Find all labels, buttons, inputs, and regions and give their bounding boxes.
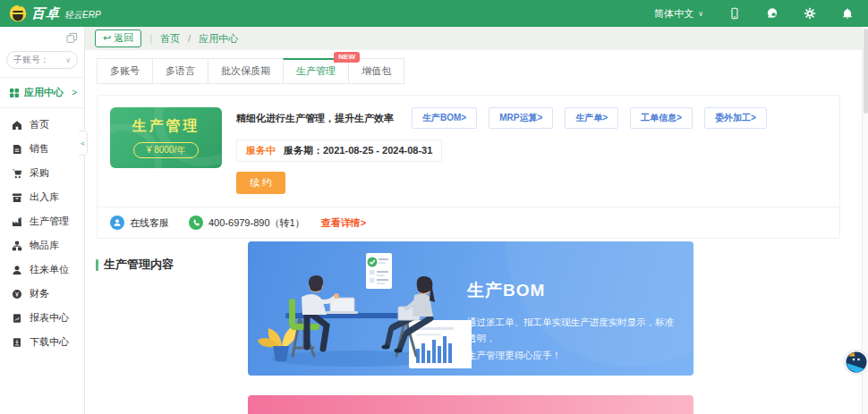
- tab-production-management[interactable]: 生产管理 NEW: [283, 58, 349, 84]
- chevron-right-icon: >: [72, 88, 77, 97]
- home-icon: [12, 120, 22, 131]
- product-price-pill: ¥ 8000/年: [133, 142, 199, 158]
- subaccount-label: 子账号：: [13, 54, 49, 66]
- support-phone-group: 400-6979-890（转1）: [189, 215, 305, 230]
- sidebar-item-label: 出入库: [30, 190, 59, 204]
- settings-gear-icon[interactable]: [804, 7, 816, 20]
- sidebar-item-label: 往来单位: [30, 263, 69, 276]
- support-mascot-button[interactable]: [843, 349, 868, 376]
- back-arrow-icon: ↩: [103, 32, 111, 44]
- online-service-label[interactable]: 在线客服: [130, 216, 169, 230]
- view-details-link[interactable]: 查看详情>: [321, 216, 366, 230]
- link-outsourcing[interactable]: 委外加工>: [704, 107, 767, 129]
- customer-chat-icon[interactable]: [766, 7, 779, 20]
- tab-batch-shelf-life[interactable]: 批次保质期: [208, 58, 284, 84]
- top-header: 百卓 轻云ERP 简体中文 ∨: [0, 0, 868, 27]
- sidebar-item-label: 财务: [30, 287, 49, 300]
- chevron-down-icon: ∨: [65, 56, 71, 64]
- report-chart-icon: [12, 313, 22, 324]
- service-status-box: 服务中 服务期：2021-08-25 - 2024-08-31: [236, 139, 442, 162]
- mobile-app-icon[interactable]: [728, 7, 741, 20]
- new-badge: NEW: [334, 52, 360, 63]
- tab-bar: 多账号 多语言 批次保质期 生产管理 NEW 增值包: [97, 58, 862, 84]
- link-mrp-calculation[interactable]: MRP运算>: [489, 107, 553, 129]
- service-period: 服务期：2021-08-25 - 2024-08-31: [284, 144, 432, 157]
- banner-description: 通过派工单、报工单实现生产进度实时显示，标准透明， 生产管理更得心应手！: [467, 314, 682, 363]
- sidebar-item-label: 报表中心: [30, 311, 69, 325]
- link-production-bom[interactable]: 生产BOM>: [412, 107, 477, 129]
- bee-logo-icon: [9, 4, 27, 22]
- sidebar-item-items-library[interactable]: 物品库: [0, 233, 84, 258]
- renew-button[interactable]: 续 约: [236, 172, 285, 194]
- online-service-icon[interactable]: [110, 215, 124, 230]
- collapse-left-icon: <: [81, 139, 85, 148]
- person-icon: [12, 265, 22, 275]
- product-name: 生产管理: [132, 117, 200, 136]
- app-grid-icon: [9, 88, 20, 98]
- link-work-order-info[interactable]: 工单信息>: [630, 107, 693, 129]
- coin-icon: [12, 289, 22, 300]
- sidebar-item-label: 生产管理: [30, 215, 69, 228]
- product-description: 精细化进行生产管理，提升生产效率: [236, 112, 394, 125]
- back-button[interactable]: ↩ 返回: [95, 30, 141, 47]
- sidebar-item-app-center[interactable]: 应用中心 >: [0, 78, 84, 107]
- app-center-label: 应用中心: [24, 86, 64, 99]
- sidebar-item-downloads[interactable]: 下载中心: [0, 330, 84, 354]
- breadcrumb: ↩ 返回 | 首页 / 应用中心: [85, 27, 862, 50]
- download-icon: [12, 337, 22, 348]
- sidebar-item-label: 采购: [30, 166, 49, 180]
- breadcrumb-slash: /: [188, 33, 191, 44]
- support-row: 在线客服 400-6979-890（转1） 查看详情>: [98, 207, 839, 238]
- sidebar-item-partners[interactable]: 往来单位: [0, 258, 84, 282]
- notifications-bell-icon[interactable]: [841, 7, 854, 20]
- tab-label: 生产管理: [296, 65, 336, 76]
- product-row: 生产管理 ¥ 8000/年 精细化进行生产管理，提升生产效率 生产BOM> MR…: [98, 96, 839, 207]
- breadcrumb-current[interactable]: 应用中心: [199, 32, 238, 46]
- left-sidebar: 子账号： ∨ 应用中心 > 首页 销售: [0, 27, 85, 414]
- tab-multi-language[interactable]: 多语言: [152, 58, 208, 84]
- banner-illustration: [248, 241, 472, 376]
- sidebar-collapse-handle[interactable]: <: [79, 131, 88, 156]
- back-label: 返回: [114, 31, 133, 45]
- link-production-order[interactable]: 生产单>: [565, 107, 618, 129]
- header-actions: 简体中文 ∨: [654, 7, 854, 21]
- sidebar-menu: 首页 销售 采购 出入库 生产管理 物品库: [0, 108, 84, 354]
- banner-desc-line2: 生产管理更得心应手！: [467, 350, 561, 360]
- sidebar-item-home[interactable]: 首页: [0, 113, 84, 137]
- tab-multi-account[interactable]: 多账号: [97, 58, 153, 84]
- subaccount-select[interactable]: 子账号： ∨: [6, 51, 78, 69]
- sales-doc-icon: [12, 144, 22, 155]
- phone-icon: [189, 215, 203, 230]
- erp-app-window: 百卓 轻云ERP 简体中文 ∨: [0, 0, 868, 414]
- language-selector[interactable]: 简体中文 ∨: [654, 7, 703, 21]
- cubes-icon: [12, 241, 22, 251]
- sidebar-item-label: 物品库: [30, 239, 59, 252]
- sidebar-item-finance[interactable]: 财务: [0, 282, 84, 306]
- breadcrumb-separator: |: [149, 33, 152, 44]
- sidebar-item-sales[interactable]: 销售: [0, 137, 84, 161]
- sidebar-item-label: 销售: [30, 142, 49, 156]
- sidebar-item-procurement[interactable]: 采购: [0, 161, 84, 185]
- section-title-text: 生产管理内容: [104, 257, 174, 273]
- breadcrumb-home[interactable]: 首页: [160, 32, 180, 46]
- sidebar-item-production[interactable]: 生产管理: [0, 209, 84, 233]
- scrollbar-thumb[interactable]: [864, 29, 868, 114]
- main-panel: 多账号 多语言 批次保质期 生产管理 NEW 增值包 生产管理 ¥ 8000/年…: [85, 50, 862, 414]
- service-status: 服务中: [246, 144, 276, 157]
- brand-logo: 百卓 轻云ERP: [9, 4, 101, 22]
- sidebar-item-reports[interactable]: 报表中心: [0, 306, 84, 330]
- factory-icon: [12, 216, 22, 227]
- collapse-sidebar-icon[interactable]: [66, 32, 78, 44]
- brand-name: 百卓: [31, 5, 60, 22]
- sidebar-item-warehouse[interactable]: 出入库: [0, 185, 84, 209]
- feature-banner-next: [248, 395, 694, 414]
- banner-text-block: 生产BOM 通过派工单、报工单实现生产进度实时显示，标准透明， 生产管理更得心应…: [467, 279, 682, 363]
- product-badge-card: 生产管理 ¥ 8000/年: [110, 107, 222, 168]
- sidebar-item-label: 下载中心: [30, 335, 69, 349]
- product-info: 精细化进行生产管理，提升生产效率 生产BOM> MRP运算> 生产单> 工单信息…: [236, 107, 827, 194]
- quick-links: 生产BOM> MRP运算> 生产单> 工单信息> 委外加工>: [412, 107, 767, 129]
- chevron-down-icon: ∨: [698, 10, 703, 18]
- product-card-container: 生产管理 ¥ 8000/年 精细化进行生产管理，提升生产效率 生产BOM> MR…: [97, 95, 840, 239]
- feature-banner-production-bom: 生产BOM 通过派工单、报工单实现生产进度实时显示，标准透明， 生产管理更得心应…: [248, 241, 694, 376]
- support-phone-number: 400-6979-890（转1）: [208, 216, 305, 230]
